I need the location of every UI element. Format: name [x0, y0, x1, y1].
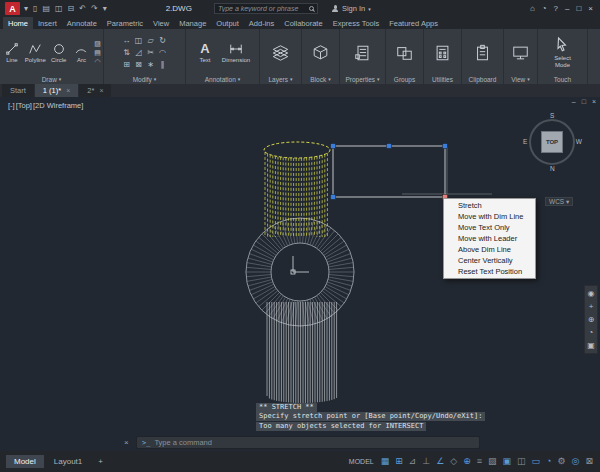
qat-more-icon[interactable]: ▾	[103, 4, 107, 13]
tab-manage[interactable]: Manage	[174, 17, 211, 29]
model-tab[interactable]: Model	[6, 455, 44, 468]
app-store-icon[interactable]: ⌂	[530, 4, 535, 13]
tab-collaborate[interactable]: Collaborate	[279, 17, 327, 29]
rotate-icon[interactable]: ↻	[157, 35, 169, 47]
utilities-panel-label[interactable]: Utilities	[424, 74, 461, 84]
viewcube[interactable]: S N E W TOP	[524, 114, 580, 170]
arc-tool[interactable]: Arc	[72, 42, 92, 63]
help-icon[interactable]: ?	[554, 4, 558, 13]
infer-constraints-icon[interactable]: ⊿	[408, 457, 418, 466]
dynamic-input-icon[interactable]: ▭	[531, 457, 542, 466]
redo-icon[interactable]: ↷	[91, 4, 98, 13]
tab-home[interactable]: Home	[3, 17, 33, 29]
tab-annotate[interactable]: Annotate	[62, 17, 102, 29]
undo-icon[interactable]: ↶	[79, 4, 86, 13]
tab-insert[interactable]: Insert	[33, 17, 62, 29]
modify-panel-label[interactable]: Modify▾	[104, 74, 185, 84]
hatch-icon[interactable]: ▨	[94, 40, 101, 48]
plot-icon[interactable]: ⊟	[68, 4, 75, 13]
viewport-view-control[interactable]: [Top]	[16, 101, 32, 110]
ortho-icon[interactable]: ⊥	[421, 457, 431, 466]
tab-view[interactable]: View	[148, 17, 174, 29]
erase-icon[interactable]: ⊠	[133, 59, 145, 71]
drawing-canvas[interactable]: [-] [Top] [2D Wireframe] – □ × S N E W T…	[0, 97, 600, 451]
doc-close-button[interactable]: ×	[592, 98, 596, 105]
tab-addins[interactable]: Add-ins	[244, 17, 279, 29]
notifications-icon[interactable]: ◔	[542, 4, 547, 13]
text-tool[interactable]: A Text	[193, 42, 217, 63]
paste-button[interactable]	[473, 44, 492, 62]
doc-restore-button[interactable]: □	[582, 98, 586, 105]
tab-output[interactable]: Output	[211, 17, 244, 29]
group-button[interactable]	[395, 44, 414, 62]
context-menu-item-move-with-leader[interactable]: Move with Leader	[445, 233, 534, 244]
viewcube-top-face[interactable]: TOP	[541, 131, 563, 153]
stretch-icon[interactable]: ▱	[145, 35, 157, 47]
groups-panel-label[interactable]: Groups	[386, 74, 423, 84]
offset-icon[interactable]: ∥	[157, 59, 169, 71]
space-label[interactable]: MODEL	[349, 458, 374, 465]
search-input[interactable]	[218, 5, 306, 12]
fillet-icon[interactable]: ◠	[157, 47, 169, 59]
grid-icon[interactable]: ▦	[380, 457, 391, 466]
gradient-icon[interactable]: ▤	[94, 49, 101, 57]
draw-panel-label[interactable]: Draw▾	[0, 74, 103, 84]
touch-panel-label[interactable]: Touch	[538, 74, 587, 84]
command-line[interactable]: >_	[136, 436, 480, 449]
app-menu-icon[interactable]: ▾	[24, 4, 28, 13]
close-icon[interactable]: ×	[66, 87, 70, 94]
add-layout-button[interactable]: +	[92, 455, 109, 468]
transparency-icon[interactable]: ▨	[487, 457, 498, 466]
polar-tracking-icon[interactable]: ∠	[435, 457, 445, 466]
zoom-icon[interactable]: ⊕	[588, 315, 595, 324]
context-menu-item-move-with-dim-line[interactable]: Move with Dim Line	[445, 211, 534, 222]
annotation-panel-label[interactable]: Annotation▾	[186, 74, 259, 84]
revcloud-icon[interactable]: ◠	[94, 58, 101, 66]
close-button[interactable]: ×	[588, 4, 593, 13]
lineweight-icon[interactable]: ≡	[476, 457, 483, 466]
copy-icon[interactable]: ◫	[133, 35, 145, 47]
command-close-icon[interactable]: ×	[124, 438, 129, 447]
viewport-minimize-control[interactable]: [-]	[8, 101, 15, 110]
insert-block-button[interactable]	[311, 44, 330, 62]
layout1-tab[interactable]: Layout1	[48, 455, 88, 468]
mirror-icon[interactable]: ⇅	[121, 47, 133, 59]
scale-icon[interactable]: ◿	[133, 47, 145, 59]
file-tab-1[interactable]: 1 (1)*×	[35, 84, 78, 97]
explode-icon[interactable]: ∗	[145, 59, 157, 71]
snap-icon[interactable]: ⊞	[394, 457, 404, 466]
minimize-button[interactable]: –	[565, 4, 569, 13]
measure-button[interactable]	[433, 44, 452, 62]
circle-tool[interactable]: Circle	[49, 42, 69, 63]
viewcube-south[interactable]: S	[550, 112, 554, 119]
annotation-visibility-icon[interactable]: ◔	[545, 457, 552, 466]
trim-icon[interactable]: ✂	[145, 47, 157, 59]
clean-screen-icon[interactable]: ⊠	[584, 457, 594, 466]
file-tab-2[interactable]: 2*×	[79, 84, 111, 97]
isolate-objects-icon[interactable]: ◎	[571, 457, 581, 466]
tab-parametric[interactable]: Parametric	[102, 17, 148, 29]
object-snap-icon[interactable]: ⊕	[462, 457, 472, 466]
view-panel-label[interactable]: View▾	[504, 74, 537, 84]
context-menu-item-move-text-only[interactable]: Move Text Only	[445, 222, 534, 233]
autocad-logo-icon[interactable]: A	[5, 2, 20, 15]
polyline-tool[interactable]: Polyline	[25, 42, 46, 63]
line-tool[interactable]: Line	[2, 42, 22, 63]
open-icon[interactable]: ▤	[42, 4, 50, 13]
select-mode-button[interactable]: Select Mode	[553, 36, 572, 69]
viewcube-west[interactable]: W	[576, 138, 582, 145]
ucs-selector[interactable]: WCS ▾	[545, 197, 573, 206]
context-menu-item-stretch[interactable]: Stretch	[445, 200, 534, 211]
workspace-gear-icon[interactable]: ⚙	[557, 457, 567, 466]
layer-properties-button[interactable]	[271, 44, 290, 62]
selection-cycling-icon[interactable]: ▣	[502, 457, 513, 466]
dynamic-ucs-icon[interactable]: ◫	[516, 457, 527, 466]
context-menu-item-reset-text-position[interactable]: Reset Text Position	[445, 266, 534, 277]
showmotion-icon[interactable]: ▣	[587, 341, 595, 350]
viewcube-east[interactable]: E	[523, 138, 527, 145]
navigation-wheel-icon[interactable]: ◉	[588, 289, 595, 298]
viewcube-north[interactable]: N	[550, 165, 555, 172]
search-icon[interactable]	[309, 6, 314, 11]
block-panel-label[interactable]: Block▾	[302, 74, 339, 84]
tab-featured-apps[interactable]: Featured Apps	[384, 17, 443, 29]
